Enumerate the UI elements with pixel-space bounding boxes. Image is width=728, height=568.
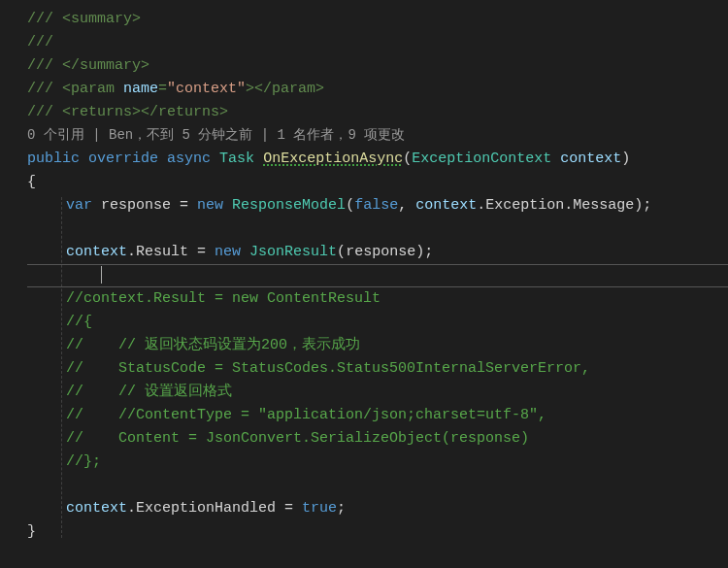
comment-line: // StatusCode = StatusCodes.Status500Int…	[27, 357, 728, 381]
doc-line: /// <summary>	[27, 8, 728, 31]
comment-line: // //ContentType = "application/json;cha…	[27, 404, 728, 427]
doc-line: /// <returns></returns>	[27, 101, 728, 124]
codelens[interactable]: 0 个引用 | Ben，不到 5 分钟之前 | 1 名作者，9 项更改	[27, 124, 728, 148]
blank-line	[27, 264, 728, 287]
brace-open: {	[27, 171, 728, 194]
code-line: var response = new ResponseModel(false, …	[27, 194, 728, 217]
brace-close: }	[27, 520, 728, 544]
code-line: context.ExceptionHandled = true;	[27, 497, 728, 520]
doc-line: ///	[27, 31, 728, 54]
comment-line: //context.Result = new ContentResult	[27, 287, 728, 311]
method-signature: public override async Task OnExceptionAs…	[27, 148, 728, 171]
doc-line: /// <param name="context"></param>	[27, 78, 728, 101]
comment-line: // Content = JsonConvert.SerializeObject…	[27, 427, 728, 451]
code-line: context.Result = new JsonResult(response…	[27, 241, 728, 264]
current-line[interactable]	[27, 217, 728, 241]
comment-line: //{	[27, 311, 728, 334]
comment-line: // // 返回状态码设置为200，表示成功	[27, 334, 728, 357]
code-editor[interactable]: /// <summary> /// /// </summary> /// <pa…	[27, 8, 728, 544]
doc-line: /// </summary>	[27, 54, 728, 78]
comment-line: //};	[27, 451, 728, 474]
comment-line: // // 设置返回格式	[27, 381, 728, 404]
blank-line	[27, 474, 728, 497]
